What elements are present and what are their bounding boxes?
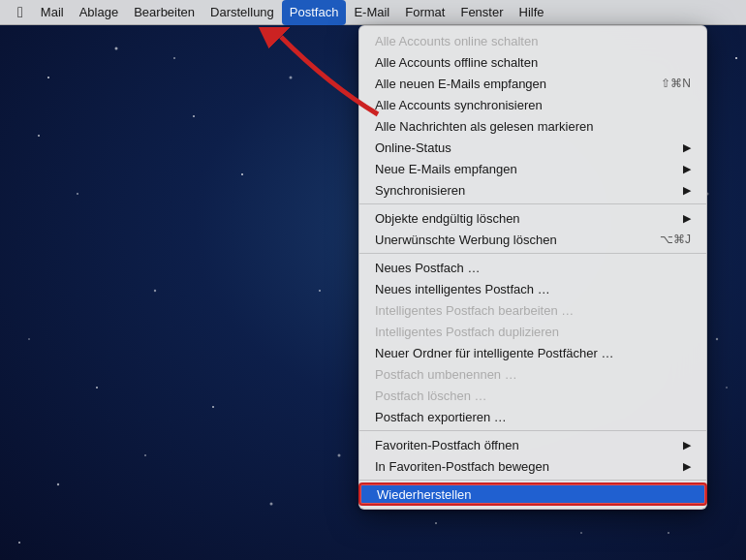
svg-point-12 [319, 290, 321, 292]
svg-point-27 [18, 542, 20, 544]
svg-point-8 [290, 77, 293, 79]
menu-item-intelligentes-bearbeiten[interactable]: Intelligentes Postfach bearbeiten … [359, 299, 706, 321]
svg-point-6 [28, 338, 30, 340]
menu-item-alle-accounts-offline[interactable]: Alle Accounts offline schalten [359, 51, 706, 73]
svg-point-11 [144, 454, 146, 456]
arrow-favoriten-oeffnen: ▶ [683, 439, 691, 451]
menu-item-alle-accounts-sync[interactable]: Alle Accounts synchronisieren [359, 94, 706, 115]
svg-point-26 [716, 338, 718, 340]
menubar-postfach[interactable]: Postfach [282, 0, 347, 25]
menu-item-neues-intelligentes-postfach[interactable]: Neues intelligentes Postfach … [359, 278, 706, 299]
menubar-ablage[interactable]: Ablage [72, 0, 126, 25]
menu-item-neues-postfach[interactable]: Neues Postfach … [359, 257, 706, 278]
svg-point-33 [338, 454, 341, 457]
menu-item-neue-emails[interactable]: Neue E-Mails empfangen ▶ [359, 158, 706, 179]
menu-item-favoriten-oeffnen[interactable]: Favoriten-Postfach öffnen ▶ [359, 434, 706, 455]
menubar:  Mail Ablage Bearbeiten Darstellung Pos… [0, 0, 746, 25]
svg-point-4 [154, 290, 156, 292]
svg-point-32 [435, 522, 437, 524]
svg-point-23 [735, 57, 737, 59]
svg-point-19 [726, 387, 728, 389]
menu-item-intelligentes-duplizieren[interactable]: Intelligentes Postfach duplizieren [359, 321, 706, 342]
menu-item-postfach-loeschen[interactable]: Postfach löschen … [359, 385, 706, 406]
svg-point-31 [580, 532, 582, 534]
svg-point-1 [115, 47, 118, 50]
menubar-format[interactable]: Format [397, 0, 452, 25]
menubar-mail[interactable]: Mail [33, 0, 72, 25]
menu-item-favoriten-bewegen[interactable]: In Favoriten-Postfach bewegen ▶ [359, 455, 706, 477]
shortcut-alle-neuen: ⇧⌘N [661, 77, 691, 90]
menu-item-werbung-loeschen[interactable]: Unerwünschte Werbung löschen ⌥⌘J [359, 229, 706, 250]
svg-point-7 [241, 173, 243, 175]
menu-item-neuer-ordner[interactable]: Neuer Ordner für intelligente Postfächer… [359, 342, 706, 363]
menu-item-alle-accounts-online[interactable]: Alle Accounts online schalten [359, 30, 706, 51]
menu-item-wiederherstellen[interactable]: Wiederherstellen [359, 483, 706, 505]
apple-menu[interactable]:  [8, 0, 33, 25]
menu-item-objekte-loeschen[interactable]: Objekte endgültig löschen ▶ [359, 207, 706, 229]
menubar-email[interactable]: E-Mail [346, 0, 397, 25]
svg-point-5 [96, 387, 98, 389]
arrow-favoriten-bewegen: ▶ [683, 460, 691, 473]
dropdown-menu: Alle Accounts online schalten Alle Accou… [358, 25, 707, 510]
menubar-fenster[interactable]: Fenster [452, 0, 511, 25]
shortcut-werbung: ⌥⌘J [660, 233, 691, 246]
svg-point-3 [77, 193, 78, 195]
separator-4 [359, 480, 706, 481]
arrow-synchronisieren: ▶ [683, 184, 691, 197]
arrow-online-status: ▶ [683, 141, 691, 154]
menubar-darstellung[interactable]: Darstellung [202, 0, 282, 25]
menubar-hilfe[interactable]: Hilfe [512, 0, 552, 25]
separator-3 [359, 430, 706, 431]
menu-item-online-status[interactable]: Online-Status ▶ [359, 137, 706, 158]
svg-point-10 [57, 483, 59, 485]
svg-point-14 [38, 135, 40, 137]
svg-point-13 [270, 503, 273, 506]
menu-item-alle-neuen-emails[interactable]: Alle neuen E-Mails empfangen ⇧⌘N [359, 73, 706, 94]
svg-point-9 [212, 406, 214, 408]
arrow-objekte: ▶ [683, 212, 691, 225]
menu-item-postfach-umbenennen[interactable]: Postfach umbenennen … [359, 363, 706, 385]
svg-point-0 [47, 77, 49, 78]
menu-item-postfach-exportieren[interactable]: Postfach exportieren … [359, 406, 706, 427]
svg-point-2 [193, 115, 195, 117]
separator-1 [359, 203, 706, 204]
separator-2 [359, 253, 706, 254]
menu-item-synchronisieren[interactable]: Synchronisieren ▶ [359, 179, 706, 201]
menu-item-alle-nachrichten[interactable]: Alle Nachrichten als gelesen markieren [359, 115, 706, 137]
svg-point-15 [173, 57, 175, 59]
svg-point-22 [668, 532, 669, 534]
arrow-neue-emails: ▶ [683, 163, 691, 175]
menubar-bearbeiten[interactable]: Bearbeiten [126, 0, 202, 25]
